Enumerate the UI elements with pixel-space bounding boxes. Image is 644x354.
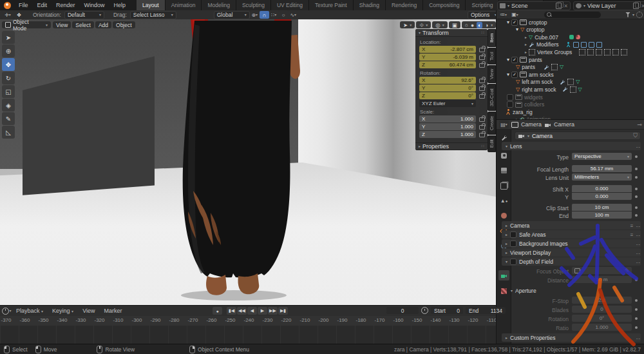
properties-tab-output[interactable] [498,165,509,175]
scale-y-field[interactable]: Y1.000 [419,123,476,130]
solid-shading-icon[interactable]: ● [471,22,474,28]
animate-dot[interactable] [635,279,638,281]
transform-panel-header[interactable]: ▾Transform∷ [415,29,488,37]
viewport-menu-item[interactable]: Object [113,21,135,28]
remove-view-layer-icon[interactable]: ✕ [641,3,644,9]
properties-tab-view-layer[interactable] [498,181,509,191]
properties-tab-scene[interactable]: ▲● [498,195,509,206]
new-scene-icon[interactable] [556,3,562,9]
properties-tab-texture[interactable] [498,286,509,296]
location-x-field[interactable]: X-2.807 cm [419,46,476,53]
sidebar-tab-view[interactable]: View [488,65,496,83]
workspace-tab[interactable]: UV Editing [271,0,309,10]
annotate-tool[interactable]: ✎ [2,112,15,125]
depth-of-field-panel-header[interactable]: ▾✓Depth of Field-- [506,259,641,265]
animate-dot[interactable] [635,206,638,209]
record-button[interactable]: ● [213,307,222,315]
xray-toggle-icon[interactable]: ▣ [449,21,460,28]
collection-checkbox[interactable]: ✓ [507,94,513,101]
view-menu[interactable]: View [78,308,99,314]
outliner-row-mesh-cube007[interactable]: ▸▽Cube.007 [497,34,644,41]
editor-type-icon[interactable]: ▤▾ [499,121,509,128]
properties-tab-render[interactable] [498,150,509,161]
scale-x-field[interactable]: X1.000 [419,115,476,123]
expand-icon[interactable]: ▾ [507,20,509,25]
rotation-y-field[interactable]: Y0° [419,84,476,92]
workspace-tab[interactable]: Compositing [423,0,466,10]
lock-icon[interactable] [479,86,485,91]
lock-icon[interactable] [479,63,485,68]
drag-dropdown[interactable]: Select Lasso▾ [130,11,176,19]
next-keyframe-button[interactable]: ▶▶ [268,307,278,315]
auto-keyframe-icon[interactable] [421,307,428,314]
frame-start-field[interactable]: Start0 [431,307,463,314]
play-button[interactable]: ▶ [258,307,267,315]
jump-to-start-button[interactable]: ▮◀ [227,307,236,315]
outliner-row-colliders[interactable]: ✓colliders [497,101,644,108]
fstop-field[interactable]: 2.8 [572,297,632,304]
outliner-row-modifiers[interactable]: ▸ Modifiers [497,41,644,48]
timeline-track-area[interactable] [0,326,496,344]
camera-id-block[interactable]: ▾ Camera ⛉ [515,132,641,140]
transform-orientation-dropdown[interactable]: Global▾ [214,11,250,19]
outliner-row-widgets[interactable]: ✓widgets [497,93,644,101]
animate-dot[interactable] [635,168,638,170]
active-tool-icon[interactable]: ✛▾ [1,11,14,19]
timeline-editor-type-icon[interactable]: ▾ [2,307,12,315]
show-overlays-icon[interactable]: ✥▾ [416,21,431,28]
menu-item[interactable]: Edit [33,2,52,8]
focal-length-field[interactable]: 56.17 mm [572,165,632,172]
breadcrumb-object[interactable]: Camera [521,121,542,128]
collection-checkbox[interactable]: ✓ [511,72,518,78]
location-y-field[interactable]: Y-6.039 m [419,54,476,61]
filter-collection-icon[interactable]: ▣▾ [510,11,520,19]
outliner-row-object-croptop[interactable]: ▾▽croptop [497,26,644,34]
close-scene-icon[interactable]: ✕ [564,3,568,9]
timeline-ruler[interactable]: -370-360-350-340-330-320-310-300-290-280… [0,316,496,326]
rotation-z-field[interactable]: Z0° [419,92,476,99]
snap-with-icon[interactable]: ∷▾ [269,11,279,19]
workspace-tab[interactable]: Animation [166,0,202,10]
outliner-row-left-arm-sock[interactable]: ▽left arm sock ▽ [497,79,644,86]
sidebar-tab-tool[interactable]: Tool [488,48,496,64]
animate-dot[interactable] [635,188,638,190]
animate-dot[interactable] [635,176,638,179]
ratio-field[interactable]: 1.000 [572,324,632,331]
fake-user-shield-icon[interactable]: ⛉ [633,132,638,139]
background-images-panel-header[interactable]: ▸✓Background Images-- [506,241,641,247]
workspace-tab[interactable]: Layout [137,0,166,10]
animate-dot[interactable] [635,195,638,198]
safe-areas-checkbox[interactable]: ✓ [510,231,516,238]
focus-object-field[interactable]: ✎ [572,267,632,274]
scale-tool[interactable]: ◱ [2,85,15,98]
eyedropper-icon[interactable]: ✎ [625,268,629,273]
overlays-icon[interactable]: ◎▾ [432,21,447,28]
falloff-icon[interactable]: ∿▾ [289,11,298,19]
new-view-layer-icon[interactable] [633,3,639,9]
properties-tab-world[interactable] [498,210,509,221]
viewport-menu-item[interactable]: View [53,21,71,28]
expand-icon[interactable]: ▾ [507,57,509,63]
outliner-row-vertex-groups[interactable]: ▸Vertex Groups [497,48,644,55]
properties-subpanel-header[interactable]: ▸Properties∷ [415,143,488,150]
lock-icon[interactable] [479,48,485,52]
sidebar-tab-3dcoat[interactable]: 3D-Coat [488,84,496,111]
distance-field[interactable]: 10 m [572,276,632,283]
outliner-search-input[interactable] [544,12,601,18]
expand-icon[interactable]: ▾ [507,72,509,77]
collection-checkbox[interactable]: ✓ [507,101,513,108]
camera-name-field[interactable]: Camera [532,133,553,139]
viewport-menu-item[interactable]: Select [72,21,94,28]
lock-icon[interactable] [479,94,485,99]
menu-item[interactable]: Window [80,2,109,8]
expand-icon[interactable]: ▸ [525,43,527,46]
camera-panel-header[interactable]: ▸Camera≡ -- [506,222,641,229]
animate-dot[interactable] [635,308,638,311]
snap-magnet-icon[interactable]: ∩ [260,11,269,19]
animate-dot[interactable] [635,214,638,217]
lens-type-dropdown[interactable]: Perspective▾ [572,153,632,160]
outliner-row-collection-pants[interactable]: ▾✓pants [497,56,644,63]
material-preview-icon[interactable]: ◐ [477,22,482,28]
outliner-row-collection-croptop[interactable]: ▾✓croptop [497,19,644,26]
expand-icon[interactable]: ▸ [525,50,527,54]
